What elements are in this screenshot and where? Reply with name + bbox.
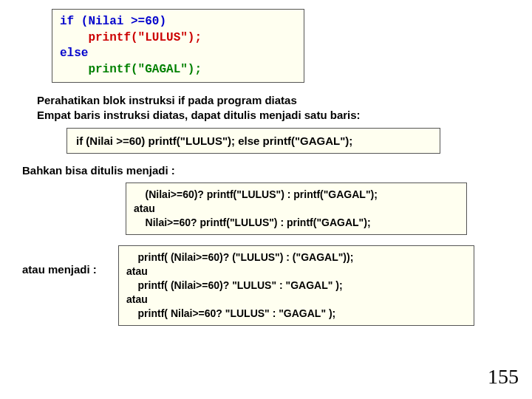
ternary-line: Nilai>=60? printf("LULUS") : printf("GAG… (134, 216, 371, 228)
code-line: if (Nilai >=60) (60, 15, 166, 28)
atau-label: atau menjadi : (22, 263, 118, 276)
final-line: printf( (Nilai>=60)? "LULUS" : "GAGAL" )… (126, 279, 343, 291)
explain-line: Perahatikan blok instruksi if pada progr… (37, 93, 517, 108)
bahkan-text: Bahkan bisa ditulis menjadi : (22, 164, 517, 177)
code-line: else (60, 47, 88, 60)
ternary-box: (Nilai>=60)? printf("LULUS") : printf("G… (126, 183, 467, 235)
code-block: if (Nilai >=60) printf("LULUS"); else pr… (52, 9, 304, 83)
final-line: printf( Nilai>=60? "LULUS" : "GAGAL" ); (126, 307, 335, 319)
final-row: atau menjadi : printf( (Nilai>=60)? ("LU… (15, 245, 517, 325)
final-line: printf( (Nilai>=60)? ("LULUS") : ("GAGAL… (126, 251, 353, 263)
final-line: atau (126, 293, 148, 305)
final-line: atau (126, 265, 148, 277)
final-box: printf( (Nilai>=60)? ("LULUS") : ("GAGAL… (118, 245, 474, 325)
code-line: printf("GAGAL"); (60, 63, 202, 76)
ternary-line: (Nilai>=60)? printf("LULUS") : printf("G… (134, 188, 378, 200)
code-line: printf("LULUS"); (60, 31, 202, 44)
oneline-code: if (Nilai >=60) printf("LULUS"); else pr… (76, 134, 352, 147)
page-number: 155 (488, 365, 519, 389)
ternary-line: atau (134, 202, 155, 214)
oneline-box: if (Nilai >=60) printf("LULUS"); else pr… (66, 128, 440, 154)
explain-text: Perahatikan blok instruksi if pada progr… (37, 93, 517, 122)
explain-line: Empat baris instruksi diatas, dapat ditu… (37, 108, 517, 123)
